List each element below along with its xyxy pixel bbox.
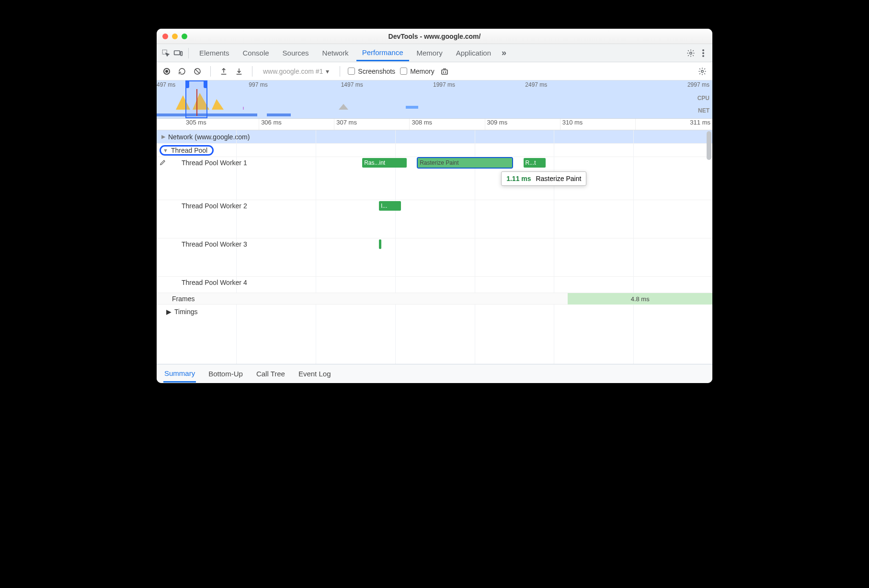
- lane-label: Thread Pool Worker 2: [182, 202, 247, 210]
- thread-pool-row-header[interactable]: ▼ Thread Pool: [157, 144, 712, 157]
- flame-event[interactable]: R...t: [524, 158, 546, 168]
- event-label: Ras...int: [364, 159, 385, 166]
- thread-pool-label: Thread Pool: [171, 147, 207, 154]
- collect-garbage-icon[interactable]: [439, 66, 450, 77]
- capture-settings-icon[interactable]: [697, 66, 708, 77]
- ruler-tick: 310 ms: [560, 119, 635, 130]
- devtools-window: DevTools - www.google.com/ Elements Cons…: [157, 29, 712, 383]
- minimize-button[interactable]: [172, 34, 178, 39]
- net-label: NET: [698, 107, 709, 114]
- svg-point-5: [702, 52, 704, 54]
- chevron-down-icon: ▾: [326, 68, 329, 75]
- cpu-label: CPU: [697, 95, 709, 102]
- overview-ticks: 497 ms 997 ms 1497 ms 1997 ms 2497 ms 29…: [157, 81, 712, 88]
- reload-icon[interactable]: [177, 66, 187, 77]
- timeline-overview[interactable]: 497 ms 997 ms 1497 ms 1997 ms 2497 ms 29…: [157, 80, 712, 119]
- separator: [210, 66, 211, 77]
- lane-label: Thread Pool Worker 4: [182, 279, 247, 286]
- tab-performance[interactable]: Performance: [356, 45, 409, 61]
- screenshots-checkbox[interactable]: Screenshots: [348, 68, 395, 75]
- detail-tabs: Summary Bottom-Up Call Tree Event Log: [157, 364, 712, 383]
- tab-memory[interactable]: Memory: [411, 46, 448, 60]
- overview-tick: 1997 ms: [433, 81, 525, 88]
- download-icon[interactable]: [234, 66, 244, 77]
- flame-chart[interactable]: ▶ Network (www.google.com) ▼ Thread Pool…: [157, 130, 712, 364]
- event-label: Rasterize Paint: [420, 159, 458, 166]
- frames-row[interactable]: Frames 4.8 ms: [157, 293, 712, 305]
- titlebar: DevTools - www.google.com/: [157, 29, 712, 44]
- edit-icon[interactable]: [160, 159, 166, 166]
- ruler-tick: 311 ms: [635, 119, 712, 130]
- timings-label: Timings: [174, 308, 198, 316]
- ruler-tick: 305 ms: [157, 119, 259, 130]
- checkbox-icon: [400, 68, 407, 75]
- network-row-label: Network (www.google.com): [168, 133, 250, 141]
- lane-label: Thread Pool Worker 3: [182, 240, 247, 248]
- frame-duration: 4.8 ms: [631, 295, 650, 303]
- overview-tick: 2997 ms: [617, 81, 712, 88]
- svg-rect-14: [243, 107, 244, 110]
- tooltip-name: Rasterize Paint: [536, 175, 581, 182]
- svg-marker-13: [212, 99, 224, 110]
- window-title: DevTools - www.google.com/: [157, 33, 712, 40]
- upload-icon[interactable]: [218, 66, 229, 77]
- time-ruler[interactable]: 305 ms 306 ms 307 ms 308 ms 309 ms 310 m…: [157, 119, 712, 130]
- kebab-icon[interactable]: [698, 48, 709, 58]
- lane-label: Thread Pool Worker 1: [182, 159, 247, 167]
- cpu-chart: [157, 90, 712, 110]
- svg-point-6: [702, 55, 704, 57]
- separator: [252, 66, 252, 77]
- screenshots-label: Screenshots: [358, 68, 395, 75]
- thread-pool-highlight: ▼ Thread Pool: [160, 145, 214, 156]
- scrollbar-thumb[interactable]: [707, 131, 711, 160]
- event-label: R...t: [526, 159, 536, 166]
- gear-icon[interactable]: [686, 48, 696, 58]
- overview-selection[interactable]: [185, 80, 207, 118]
- svg-marker-15: [339, 104, 348, 110]
- net-bar: [267, 113, 291, 116]
- detail-tab-call-tree[interactable]: Call Tree: [255, 366, 286, 382]
- thread-lane[interactable]: Thread Pool Worker 2 I...: [157, 200, 712, 238]
- tab-application[interactable]: Application: [450, 46, 497, 60]
- ruler-tick: 309 ms: [485, 119, 560, 130]
- svg-rect-16: [406, 106, 418, 109]
- svg-rect-1: [174, 51, 180, 55]
- flame-event[interactable]: I...: [379, 201, 401, 211]
- detail-tab-summary[interactable]: Summary: [163, 365, 196, 383]
- ruler-tick: 308 ms: [409, 119, 484, 130]
- detail-tab-event-log[interactable]: Event Log: [297, 366, 332, 382]
- thread-lane[interactable]: Thread Pool Worker 1 Ras...int Rasterize…: [157, 157, 712, 200]
- recording-select[interactable]: www.google.com #1 ▾: [260, 66, 332, 77]
- tab-elements[interactable]: Elements: [194, 46, 235, 60]
- close-button[interactable]: [162, 34, 168, 39]
- tab-console[interactable]: Console: [237, 46, 275, 60]
- separator: [188, 48, 189, 58]
- flame-event[interactable]: [379, 239, 381, 249]
- flame-event[interactable]: Ras...int: [362, 158, 407, 168]
- svg-point-10: [701, 70, 704, 72]
- tab-sources[interactable]: Sources: [277, 46, 315, 60]
- record-icon[interactable]: [161, 66, 172, 77]
- inspect-icon[interactable]: [160, 48, 171, 58]
- tab-network[interactable]: Network: [317, 46, 354, 60]
- maximize-button[interactable]: [182, 34, 187, 39]
- flame-event-selected[interactable]: Rasterize Paint: [418, 158, 512, 168]
- checkbox-icon: [348, 68, 355, 75]
- separator: [340, 66, 340, 77]
- memory-checkbox[interactable]: Memory: [400, 68, 434, 75]
- svg-point-8: [165, 70, 168, 73]
- detail-tab-bottom-up[interactable]: Bottom-Up: [207, 366, 244, 382]
- svg-point-4: [702, 49, 704, 51]
- frame-bar[interactable]: 4.8 ms: [568, 293, 712, 305]
- more-tabs-icon[interactable]: »: [499, 48, 509, 58]
- current-time-marker: [196, 89, 197, 116]
- collapse-icon: ▼: [163, 147, 168, 153]
- device-toggle-icon[interactable]: [173, 48, 183, 58]
- svg-rect-2: [181, 51, 182, 55]
- network-row-header[interactable]: ▶ Network (www.google.com): [157, 130, 712, 144]
- timings-row[interactable]: ▶ Timings: [157, 305, 712, 319]
- svg-point-3: [690, 52, 692, 54]
- thread-lane[interactable]: Thread Pool Worker 4: [157, 277, 712, 293]
- thread-lane[interactable]: Thread Pool Worker 3: [157, 238, 712, 277]
- clear-icon[interactable]: [192, 66, 203, 77]
